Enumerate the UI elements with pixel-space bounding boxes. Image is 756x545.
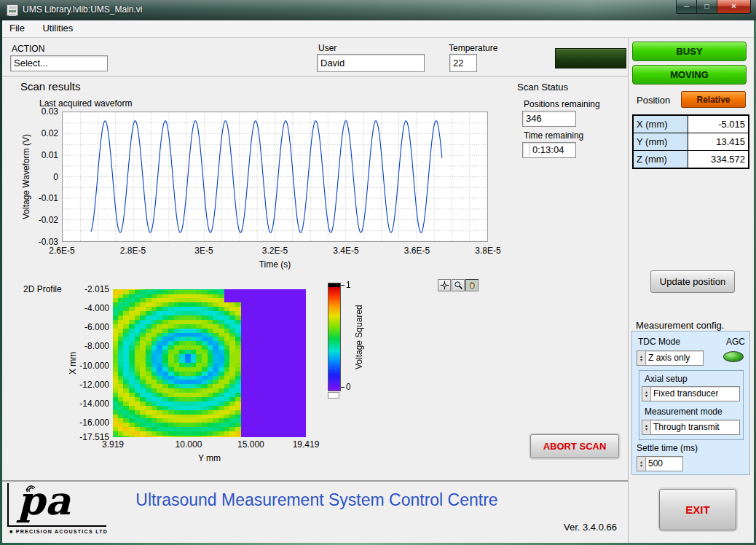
waveform-y-ticks: 0.030.020.010-0.01-0.02-0.03 <box>28 111 58 242</box>
right-panel-separator <box>628 38 629 543</box>
colorbar-label: Voltage Squared <box>354 283 364 392</box>
tdc-mode-label: TDC Mode <box>638 337 680 347</box>
axial-setup-select[interactable]: ▴ ▾ Fixed transducer <box>642 386 740 401</box>
waveform-plot[interactable] <box>62 111 488 242</box>
graph-tool-palette <box>438 279 479 291</box>
application-title: Ultrasound Measurement System Control Ce… <box>109 490 524 510</box>
waveform-x-axis-label: Time (s) <box>62 259 488 270</box>
top-separator <box>2 76 628 77</box>
relative-button[interactable]: Relative <box>681 91 746 108</box>
colorbar-max-tick <box>341 285 344 286</box>
spin-down-icon: ▾ <box>640 464 642 468</box>
time-field-divider <box>529 144 529 156</box>
tdc-mode-value: Z axis only <box>646 351 690 365</box>
table-row: X (mm) -5.015 <box>633 115 749 133</box>
menu-item-file[interactable]: File <box>2 20 32 36</box>
hand-icon <box>468 281 477 290</box>
magnifier-icon <box>454 281 463 290</box>
version-label: Ver. 3.4.0.66 <box>564 522 617 533</box>
measurement-mode-label: Measurement mode <box>645 407 722 417</box>
colorbar <box>328 283 341 391</box>
waveform-x-ticks: 2.6E-52.8E-53E-53.2E-53.4E-53.6E-53.8E-5 <box>62 246 488 256</box>
profile-x-ticks: 3.91910.00015.00019.419 <box>113 439 306 450</box>
logo-caption: ■ PRECISION ACOUSTICS LTD <box>9 529 108 534</box>
zoom-tool-button[interactable] <box>452 279 465 291</box>
position-label: Position <box>637 95 670 106</box>
table-row: Y (mm) 13.415 <box>633 133 749 151</box>
action-label: ACTION <box>12 44 44 54</box>
abort-scan-label: ABORT SCAN <box>543 441 607 452</box>
table-row: Z (mm) 334.572 <box>633 151 749 169</box>
profile-title: 2D Profile <box>23 284 62 294</box>
position-y-value: 13.415 <box>688 133 749 151</box>
spin-down-icon: ▾ <box>645 428 647 431</box>
close-button[interactable]: ✕ <box>717 0 751 14</box>
measurement-mode-value: Through transmit <box>651 420 720 434</box>
time-remaining-label: Time remaining <box>524 130 583 141</box>
spin-down-icon: ▾ <box>640 358 642 362</box>
desktop: UMS Library.lvlib:UMS_Main.vi ─ □ ✕ File… <box>0 0 756 545</box>
footer-separator <box>2 480 628 482</box>
colorbar-min-tick <box>341 387 344 388</box>
signal-waves-icon <box>22 482 36 492</box>
agc-label: AGC <box>726 337 745 347</box>
spinner-icon[interactable]: ▴ ▾ <box>642 420 651 434</box>
title-bar[interactable]: UMS Library.lvlib:UMS_Main.vi ─ □ ✕ <box>0 0 756 20</box>
abort-scan-button[interactable]: ABORT SCAN <box>530 434 619 458</box>
profile-x-axis-label: Y mm <box>113 453 306 463</box>
update-position-button[interactable]: Update position <box>650 270 735 293</box>
crosshair-tool-button[interactable] <box>438 279 451 291</box>
settle-time-input[interactable]: ▴ ▾ 500 <box>637 456 683 471</box>
scan-results-title: Scan results <box>20 80 81 93</box>
precision-acoustics-logo: pa <box>7 483 106 527</box>
axial-setup-label: Axial setup <box>645 374 688 384</box>
menu-item-utilities[interactable]: Utilities <box>35 20 80 36</box>
user-input[interactable]: David <box>317 54 425 72</box>
close-icon: ✕ <box>731 2 736 10</box>
positions-remaining-label: Positions remaining <box>524 99 600 109</box>
position-x-label: X (mm) <box>633 115 688 133</box>
spin-down-icon: ▾ <box>645 394 647 398</box>
temperature-input[interactable]: 22 <box>449 54 477 72</box>
maximize-icon: □ <box>704 2 709 10</box>
waveform-svg <box>63 112 487 241</box>
menu-bar: File Utilities <box>2 20 754 38</box>
system-status-led <box>555 48 626 68</box>
logo-bullet-icon: ■ <box>9 529 14 534</box>
colorbar-max-label: 1 <box>346 280 351 290</box>
profile-heatmap[interactable] <box>113 289 306 437</box>
spinner-icon[interactable]: ▴ ▾ <box>642 387 651 401</box>
settle-time-value: 500 <box>646 457 663 471</box>
exit-button[interactable]: EXIT <box>659 489 736 530</box>
spinner-icon[interactable]: ▴ ▾ <box>637 351 646 365</box>
temperature-label: Temperature <box>449 43 497 53</box>
axial-setup-value: Fixed transducer <box>651 387 718 401</box>
position-z-value: 334.572 <box>688 151 749 169</box>
time-remaining-value: 0:13:04 <box>532 144 564 155</box>
position-z-label: Z (mm) <box>633 151 688 169</box>
moving-indicator: MOVING <box>632 65 747 85</box>
app-icon <box>7 4 18 16</box>
agc-toggle[interactable] <box>723 351 744 362</box>
minimize-button[interactable]: ─ <box>676 0 697 14</box>
time-remaining-field: 0:13:04 <box>522 142 576 158</box>
position-y-label: Y (mm) <box>633 133 688 151</box>
position-table: X (mm) -5.015 Y (mm) 13.415 Z (mm) 334.5… <box>632 114 749 169</box>
pan-tool-button[interactable] <box>465 279 479 291</box>
scan-status-title: Scan Status <box>517 82 568 93</box>
profile-y-ticks: -2.015-4.000-6.000-8.000-10.000-12.000-1… <box>73 289 109 437</box>
busy-indicator: BUSY <box>632 42 747 61</box>
logo-caption-text: PRECISION ACOUSTICS LTD <box>16 529 108 534</box>
tdc-mode-select[interactable]: ▴ ▾ Z axis only <box>637 350 704 366</box>
colorbar-min-label: 0 <box>346 382 351 392</box>
spinner-icon[interactable]: ▴ ▾ <box>637 457 646 471</box>
position-x-value: -5.015 <box>688 115 749 133</box>
action-select[interactable]: Select... <box>10 55 108 71</box>
user-label: User <box>318 43 336 53</box>
measurement-mode-select[interactable]: ▴ ▾ Through transmit <box>642 420 740 435</box>
settle-time-label: Settle time (ms) <box>637 443 698 453</box>
colorbar-underrange-swatch <box>328 392 339 399</box>
positions-remaining-field: 346 <box>522 111 576 127</box>
crosshair-icon <box>440 281 449 290</box>
maximize-button[interactable]: □ <box>697 0 717 14</box>
